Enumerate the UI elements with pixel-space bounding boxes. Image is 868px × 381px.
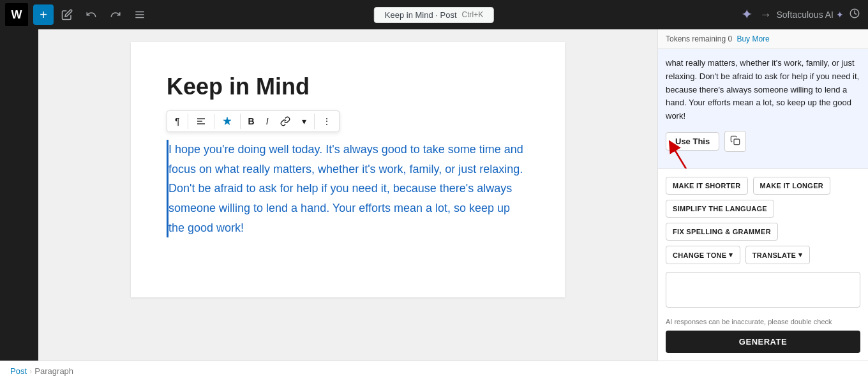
fix-spelling-button[interactable]: FIX SPELLING & GRAMMER [666,223,778,241]
tokens-info: Tokens remaining 0 Buy More [666,34,770,43]
wp-sidebar [0,29,38,361]
change-tone-chevron: ▾ [729,251,733,259]
align-btn[interactable] [191,112,211,130]
italic-btn[interactable]: I [261,112,274,130]
dropdown-arrow-btn[interactable]: ▾ [297,112,311,130]
ai-action-row-1: MAKE IT SHORTER MAKE IT LONGER [666,177,860,195]
ai-response-area: what really matters, whether it's work, … [658,49,868,168]
ai-response-text: what really matters, whether it's work, … [666,57,860,123]
ai-disclaimer: AI responses can be inaccurate, please d… [666,318,832,325]
copy-button[interactable] [724,131,746,152]
ai-footer: AI responses can be inaccurate, please d… [658,315,868,331]
current-block-label: Paragraph [34,366,73,376]
ai-prompt-input[interactable] [666,272,860,308]
editor-area: Keep in Mind ¶ B I ▾ ⋮ [38,29,657,361]
toolbar-divider-2 [214,114,214,129]
ai-panel: Tokens remaining 0 Buy More what really … [657,29,868,361]
make-longer-button[interactable]: MAKE IT LONGER [753,177,831,195]
use-this-button[interactable]: Use This [666,132,719,151]
ai-actions-panel: MAKE IT SHORTER MAKE IT LONGER SIMPLIFY … [658,168,868,272]
editor-canvas: Keep in Mind ¶ B I ▾ ⋮ [131,42,565,297]
forward-arrow-button[interactable]: → [758,6,774,24]
page-title-text: Keep in Mind · Post [385,10,457,20]
translate-chevron: ▾ [798,251,802,259]
post-title[interactable]: Keep in Mind [167,73,529,100]
keyboard-shortcut: Ctrl+K [462,10,484,19]
add-block-button[interactable]: + [33,4,54,25]
edit-button[interactable] [56,5,78,24]
ai-action-row-2: SIMPLIFY THE LANGUAGE [666,200,860,218]
post-content[interactable]: I hope you're doing well today. It's alw… [167,140,529,237]
buy-more-link[interactable]: Buy More [737,34,769,43]
format-toolbar: ¶ B I ▾ ⋮ [167,110,340,132]
ai-panel-header: Tokens remaining 0 Buy More [658,29,868,49]
change-tone-dropdown[interactable]: CHANGE TONE ▾ [666,246,740,264]
menu-button[interactable] [129,5,151,24]
undo-button[interactable] [80,5,102,24]
status-bar: Post › Paragraph [0,361,868,381]
wp-logo: W [5,3,28,26]
simplify-button[interactable]: SIMPLIFY THE LANGUAGE [666,200,774,218]
main-layout: Keep in Mind ¶ B I ▾ ⋮ [0,29,868,361]
breadcrumb-separator: › [29,366,32,376]
translate-dropdown[interactable]: TRANSLATE ▾ [745,246,810,264]
ai-response-actions: Use This [666,131,860,152]
toolbar-divider-4 [314,114,315,129]
top-bar: W + Keep in Mind · Post Ctrl+K ✦ → Softa… [0,0,868,29]
ai-action-row-3: FIX SPELLING & GRAMMER [666,223,860,241]
arrow-container: Use This [666,132,719,151]
paragraph-btn[interactable]: ¶ [170,112,185,130]
page-title-bar: Keep in Mind · Post Ctrl+K [374,7,494,23]
softaculous-ai-label: Softaculous AI ✦ [777,10,844,20]
svg-rect-8 [734,139,740,145]
ai-action-row-4: CHANGE TONE ▾ TRANSLATE ▾ [666,246,860,264]
more-options-btn[interactable]: ⋮ [317,112,336,130]
make-shorter-button[interactable]: MAKE IT SHORTER [666,177,748,195]
star-button[interactable]: ✦ [738,4,755,26]
ai-sparkle-btn[interactable] [217,112,237,130]
toolbar-divider-3 [240,114,241,129]
ai-textarea-wrap [658,272,868,315]
history-button[interactable] [846,5,863,25]
link-btn[interactable] [275,112,296,130]
post-breadcrumb-link[interactable]: Post [10,366,27,376]
redo-button[interactable] [105,5,126,24]
bold-btn[interactable]: B [243,112,260,130]
toolbar-divider [188,114,188,129]
generate-button[interactable]: GENERATE [666,331,860,353]
